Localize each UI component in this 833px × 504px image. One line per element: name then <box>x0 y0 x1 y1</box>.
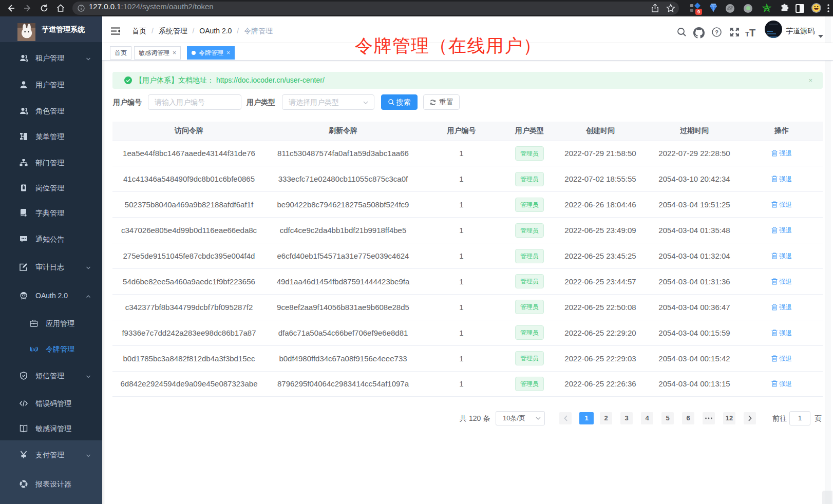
svg-text:?: ? <box>715 29 718 35</box>
svg-text:(a): (a) <box>31 346 37 352</box>
